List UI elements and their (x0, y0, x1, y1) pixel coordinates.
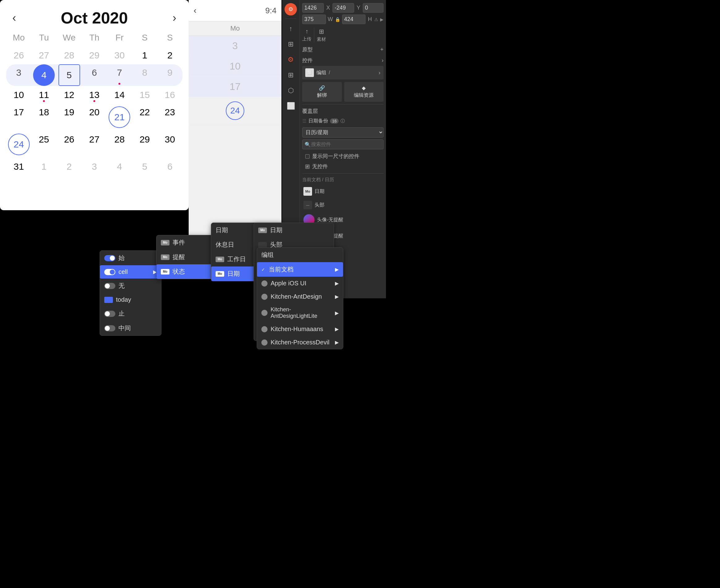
prev-month-button[interactable]: ‹ (13, 13, 16, 23)
show-same-size-checkbox[interactable] (305, 154, 310, 159)
cal-day-3[interactable]: 3 (6, 64, 31, 86)
slash-label: / (329, 70, 330, 76)
comp-header-row[interactable]: — 头部 (302, 198, 384, 212)
menu5-item-ant[interactable]: Kitchen-AntDesign ▶ (257, 290, 343, 303)
h-input[interactable] (342, 15, 366, 24)
z-input[interactable] (363, 3, 384, 13)
menu1-item-zhi[interactable]: 止 (100, 307, 161, 321)
upload-icon[interactable]: ↑ (284, 22, 297, 36)
cal-day-28-prev[interactable]: 28 (57, 47, 82, 64)
widget-expand[interactable]: › (382, 57, 384, 64)
w-input[interactable] (302, 15, 326, 24)
cal-day-2[interactable]: 2 (158, 47, 183, 64)
cal-day-4[interactable]: 4 (31, 64, 56, 86)
prototype-add[interactable]: + (380, 46, 384, 53)
cal-day-28[interactable]: 28 (107, 131, 132, 158)
mid-chevron-left[interactable]: ‹ (193, 5, 197, 16)
hum-arrow: ▶ (335, 326, 339, 332)
cal-day-9[interactable]: 9 (158, 64, 183, 86)
menu1-item-wu[interactable]: 无 (100, 278, 161, 293)
cal-day-20[interactable]: 20 (82, 104, 107, 130)
menu1-item-shi[interactable]: 始 (100, 251, 161, 265)
fire-icon[interactable]: ⚙ (284, 53, 297, 66)
cal-day-19[interactable]: 19 (57, 104, 82, 130)
cal-day-1[interactable]: 1 (132, 47, 157, 64)
toggle-zhongjian[interactable] (104, 325, 115, 331)
menu5-item-hum[interactable]: Kitchen-Humaaans ▶ (257, 322, 343, 336)
calendar-select[interactable]: 日历/星期 (302, 127, 384, 138)
cal-day-1-next[interactable]: 1 (31, 158, 56, 175)
cal-day-2-next[interactable]: 2 (57, 158, 82, 175)
comp-day-row[interactable]: Mo 日期 (302, 185, 384, 198)
menu1-item-today[interactable]: today (100, 293, 161, 307)
toggle-zhi[interactable] (104, 311, 115, 317)
cal-day-21[interactable]: 21 (107, 104, 132, 130)
cal-day-14[interactable]: 14 (107, 87, 132, 103)
menu5-item-apple[interactable]: Apple iOS UI ▶ (257, 277, 343, 290)
cal-day-4-next[interactable]: 4 (107, 158, 132, 175)
x-input[interactable] (302, 3, 324, 13)
cal-day-27[interactable]: 27 (82, 131, 107, 158)
cal-day-29-prev[interactable]: 29 (82, 47, 107, 64)
mid-day-10[interactable]: 10 (189, 56, 282, 77)
menu5-item-proc[interactable]: Kitchen-ProcessDevil ▶ (257, 336, 343, 349)
cal-day-13[interactable]: 13 (82, 87, 107, 103)
cal-day-30-prev[interactable]: 30 (107, 47, 132, 64)
cal-day-15[interactable]: 15 (132, 87, 157, 103)
cal-day-17[interactable]: 17 (6, 104, 31, 130)
cal-day-16[interactable]: 16 (158, 87, 183, 103)
menu1-item-zhongjian[interactable]: 中间 (100, 321, 161, 335)
search-input[interactable] (302, 140, 384, 149)
mid-day-24[interactable]: 24 (189, 97, 282, 125)
cal-day-11[interactable]: 11 (31, 87, 56, 103)
group-expand[interactable]: › (378, 69, 380, 76)
cal-day-6-next[interactable]: 6 (158, 158, 183, 175)
menu5-item-antlite[interactable]: Kitchen-AntDesignLightLite ▶ (257, 303, 343, 322)
menu5-item-current[interactable]: ✓ 当前文档 ▶ (257, 262, 343, 277)
cal-day-3-next[interactable]: 3 (82, 158, 107, 175)
component-icon[interactable]: ⬡ (284, 84, 297, 98)
cal-day-29[interactable]: 29 (132, 131, 157, 158)
cal-day-23[interactable]: 23 (158, 104, 183, 130)
menu4-item-riqi[interactable]: Mo 日期 (254, 223, 334, 237)
mid-day-3[interactable]: 3 (189, 36, 282, 56)
toggle-cell[interactable] (104, 269, 115, 275)
cal-day-30[interactable]: 30 (158, 131, 183, 158)
warning-icon: ⚠ (374, 17, 378, 22)
gongzuori-label: 工作日 (227, 255, 246, 264)
cal-day-12[interactable]: 12 (57, 87, 82, 103)
shijian-badge: Mo (161, 240, 169, 246)
cal-day-27-prev[interactable]: 27 (31, 47, 56, 64)
cal-day-31[interactable]: 31 (6, 158, 31, 175)
upload-action[interactable]: ↑ 上传 (302, 28, 311, 42)
cal-day-25[interactable]: 25 (31, 131, 56, 158)
unbind-button[interactable]: 🔗 解绑 (302, 82, 342, 102)
mid-day-17[interactable]: 17 (189, 77, 282, 97)
cal-day-26[interactable]: 26 (57, 131, 82, 158)
image-icon[interactable]: ⊞ (284, 37, 297, 51)
toggle-wu[interactable] (104, 283, 115, 289)
menu5-item-bianzhu[interactable]: 编组 (257, 248, 343, 262)
cal-day-5-next[interactable]: 5 (132, 158, 157, 175)
cal-day-7[interactable]: 7 (107, 64, 132, 86)
grid-icon[interactable]: ⊞ (284, 68, 297, 82)
material-action[interactable]: ⊞ 素材 (317, 28, 326, 42)
next-month-button[interactable]: › (172, 13, 176, 23)
template-icon[interactable]: ⬜ (284, 99, 297, 113)
calendar-select-row: 日历/星期 (302, 127, 384, 138)
cal-day-8[interactable]: 8 (132, 64, 157, 86)
cal-day-26-prev[interactable]: 26 (6, 47, 31, 64)
cal-day-10[interactable]: 10 (6, 87, 31, 103)
y-input[interactable] (332, 3, 354, 13)
cal-day-22[interactable]: 22 (132, 104, 157, 130)
mid-header: ‹ 9:4 (189, 0, 282, 21)
menu1-item-cell[interactable]: cell ▶ (100, 265, 161, 278)
no-widget-checkbox[interactable]: ✓ (305, 165, 310, 169)
cal-day-24[interactable]: 24 (6, 131, 31, 158)
cal-day-6[interactable]: 6 (82, 64, 107, 86)
cal-day-5[interactable]: 5 (57, 64, 82, 86)
no-widget-label: 无控件 (312, 163, 328, 170)
edit-resource-button[interactable]: ◆ 编辑资源 (344, 82, 384, 102)
cal-day-18[interactable]: 18 (31, 104, 56, 130)
toggle-shi[interactable] (104, 255, 115, 261)
